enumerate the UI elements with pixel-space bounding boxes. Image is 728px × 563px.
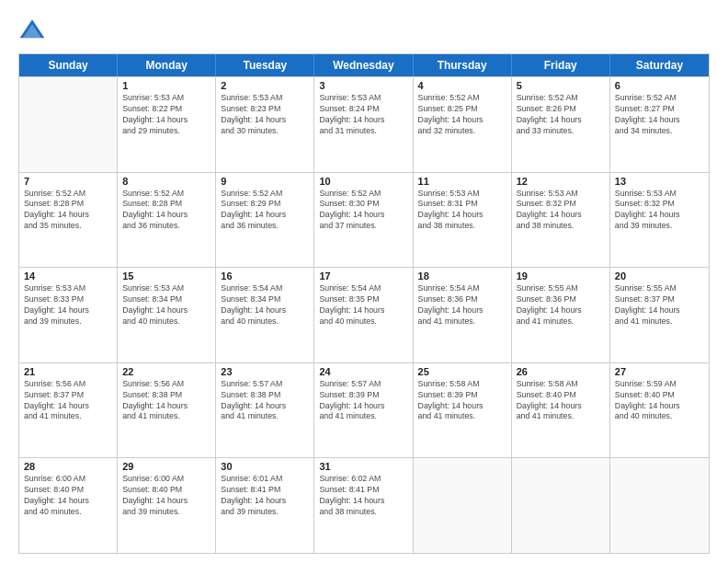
day-number: 28 bbox=[24, 461, 112, 472]
day-info: Sunrise: 5:53 AM Sunset: 8:24 PM Dayligh… bbox=[319, 93, 407, 137]
day-info: Sunrise: 5:57 AM Sunset: 8:39 PM Dayligh… bbox=[319, 379, 407, 423]
day-number: 5 bbox=[517, 80, 605, 91]
day-info: Sunrise: 6:00 AM Sunset: 8:40 PM Dayligh… bbox=[122, 474, 210, 518]
day-number: 26 bbox=[517, 366, 605, 377]
day-cell-22: 22Sunrise: 5:56 AM Sunset: 8:38 PM Dayli… bbox=[118, 363, 216, 458]
day-number: 11 bbox=[418, 176, 506, 187]
day-info: Sunrise: 5:57 AM Sunset: 8:38 PM Dayligh… bbox=[221, 379, 309, 423]
empty-cell bbox=[512, 458, 610, 553]
day-cell-4: 4Sunrise: 5:52 AM Sunset: 8:25 PM Daylig… bbox=[414, 77, 512, 172]
day-number: 4 bbox=[418, 80, 506, 91]
day-cell-13: 13Sunrise: 5:53 AM Sunset: 8:32 PM Dayli… bbox=[610, 173, 709, 268]
day-number: 23 bbox=[221, 366, 309, 377]
day-cell-1: 1Sunrise: 5:53 AM Sunset: 8:22 PM Daylig… bbox=[118, 77, 216, 172]
day-info: Sunrise: 5:55 AM Sunset: 8:37 PM Dayligh… bbox=[615, 283, 704, 327]
calendar-body: 1Sunrise: 5:53 AM Sunset: 8:22 PM Daylig… bbox=[19, 76, 709, 553]
day-info: Sunrise: 5:54 AM Sunset: 8:34 PM Dayligh… bbox=[221, 283, 309, 327]
calendar-header: SundayMondayTuesdayWednesdayThursdayFrid… bbox=[19, 54, 709, 76]
day-info: Sunrise: 5:53 AM Sunset: 8:22 PM Dayligh… bbox=[122, 93, 210, 137]
day-number: 9 bbox=[221, 176, 309, 187]
day-number: 15 bbox=[122, 270, 210, 282]
day-cell-16: 16Sunrise: 5:54 AM Sunset: 8:34 PM Dayli… bbox=[216, 268, 314, 362]
calendar: SundayMondayTuesdayWednesdayThursdayFrid… bbox=[18, 53, 710, 554]
day-number: 21 bbox=[24, 366, 112, 377]
day-cell-10: 10Sunrise: 5:52 AM Sunset: 8:30 PM Dayli… bbox=[314, 173, 413, 268]
day-cell-11: 11Sunrise: 5:53 AM Sunset: 8:31 PM Dayli… bbox=[414, 173, 512, 268]
empty-cell bbox=[414, 458, 512, 553]
day-number: 14 bbox=[24, 270, 112, 282]
day-info: Sunrise: 5:58 AM Sunset: 8:39 PM Dayligh… bbox=[418, 379, 506, 423]
day-info: Sunrise: 6:02 AM Sunset: 8:41 PM Dayligh… bbox=[319, 474, 407, 518]
day-info: Sunrise: 5:59 AM Sunset: 8:40 PM Dayligh… bbox=[615, 379, 704, 423]
day-number: 20 bbox=[615, 270, 704, 282]
day-cell-5: 5Sunrise: 5:52 AM Sunset: 8:26 PM Daylig… bbox=[512, 77, 610, 172]
day-cell-19: 19Sunrise: 5:55 AM Sunset: 8:36 PM Dayli… bbox=[512, 268, 610, 362]
day-number: 18 bbox=[418, 270, 506, 282]
header-day-tuesday: Tuesday bbox=[216, 54, 314, 76]
header-day-thursday: Thursday bbox=[414, 54, 512, 76]
day-info: Sunrise: 5:52 AM Sunset: 8:29 PM Dayligh… bbox=[221, 189, 309, 233]
calendar-row-2: 7Sunrise: 5:52 AM Sunset: 8:28 PM Daylig… bbox=[19, 172, 709, 268]
day-cell-8: 8Sunrise: 5:52 AM Sunset: 8:28 PM Daylig… bbox=[118, 173, 216, 268]
day-number: 24 bbox=[319, 366, 407, 377]
day-info: Sunrise: 5:55 AM Sunset: 8:36 PM Dayligh… bbox=[517, 283, 605, 327]
day-info: Sunrise: 5:56 AM Sunset: 8:38 PM Dayligh… bbox=[122, 379, 210, 423]
day-cell-3: 3Sunrise: 5:53 AM Sunset: 8:24 PM Daylig… bbox=[314, 77, 413, 172]
day-info: Sunrise: 5:53 AM Sunset: 8:23 PM Dayligh… bbox=[221, 93, 309, 137]
day-cell-9: 9Sunrise: 5:52 AM Sunset: 8:29 PM Daylig… bbox=[216, 173, 314, 268]
day-cell-29: 29Sunrise: 6:00 AM Sunset: 8:40 PM Dayli… bbox=[118, 458, 216, 553]
header-day-friday: Friday bbox=[512, 54, 610, 76]
logo bbox=[18, 17, 50, 44]
day-number: 19 bbox=[517, 270, 605, 282]
day-cell-7: 7Sunrise: 5:52 AM Sunset: 8:28 PM Daylig… bbox=[19, 173, 118, 268]
day-cell-2: 2Sunrise: 5:53 AM Sunset: 8:23 PM Daylig… bbox=[216, 77, 314, 172]
day-info: Sunrise: 5:52 AM Sunset: 8:25 PM Dayligh… bbox=[418, 93, 506, 137]
day-cell-20: 20Sunrise: 5:55 AM Sunset: 8:37 PM Dayli… bbox=[610, 268, 709, 362]
day-cell-15: 15Sunrise: 5:53 AM Sunset: 8:34 PM Dayli… bbox=[118, 268, 216, 362]
empty-cell bbox=[610, 458, 709, 553]
day-info: Sunrise: 5:56 AM Sunset: 8:37 PM Dayligh… bbox=[24, 379, 112, 423]
day-info: Sunrise: 5:53 AM Sunset: 8:32 PM Dayligh… bbox=[517, 189, 605, 233]
day-info: Sunrise: 5:53 AM Sunset: 8:31 PM Dayligh… bbox=[418, 189, 506, 233]
day-number: 30 bbox=[221, 461, 309, 472]
header-day-monday: Monday bbox=[118, 54, 216, 76]
day-info: Sunrise: 5:52 AM Sunset: 8:26 PM Dayligh… bbox=[517, 93, 605, 137]
day-info: Sunrise: 5:54 AM Sunset: 8:35 PM Dayligh… bbox=[319, 283, 407, 327]
day-cell-23: 23Sunrise: 5:57 AM Sunset: 8:38 PM Dayli… bbox=[216, 363, 314, 458]
day-number: 13 bbox=[615, 176, 704, 187]
day-cell-28: 28Sunrise: 6:00 AM Sunset: 8:40 PM Dayli… bbox=[19, 458, 118, 553]
day-number: 3 bbox=[319, 80, 407, 91]
day-number: 27 bbox=[615, 366, 704, 377]
day-number: 16 bbox=[221, 270, 309, 282]
day-cell-30: 30Sunrise: 6:01 AM Sunset: 8:41 PM Dayli… bbox=[216, 458, 314, 553]
day-info: Sunrise: 5:52 AM Sunset: 8:28 PM Dayligh… bbox=[122, 189, 210, 233]
calendar-row-3: 14Sunrise: 5:53 AM Sunset: 8:33 PM Dayli… bbox=[19, 267, 709, 362]
day-number: 7 bbox=[24, 176, 112, 187]
day-info: Sunrise: 5:52 AM Sunset: 8:30 PM Dayligh… bbox=[319, 189, 407, 233]
day-cell-12: 12Sunrise: 5:53 AM Sunset: 8:32 PM Dayli… bbox=[512, 173, 610, 268]
day-cell-14: 14Sunrise: 5:53 AM Sunset: 8:33 PM Dayli… bbox=[19, 268, 118, 362]
day-info: Sunrise: 5:53 AM Sunset: 8:33 PM Dayligh… bbox=[24, 283, 112, 327]
day-info: Sunrise: 5:58 AM Sunset: 8:40 PM Dayligh… bbox=[517, 379, 605, 423]
day-number: 6 bbox=[615, 80, 704, 91]
day-info: Sunrise: 6:01 AM Sunset: 8:41 PM Dayligh… bbox=[221, 474, 309, 518]
day-number: 17 bbox=[319, 270, 407, 282]
day-info: Sunrise: 6:00 AM Sunset: 8:40 PM Dayligh… bbox=[24, 474, 112, 518]
page: SundayMondayTuesdayWednesdayThursdayFrid… bbox=[0, 0, 728, 563]
day-cell-21: 21Sunrise: 5:56 AM Sunset: 8:37 PM Dayli… bbox=[19, 363, 118, 458]
day-info: Sunrise: 5:52 AM Sunset: 8:27 PM Dayligh… bbox=[615, 93, 704, 137]
day-cell-27: 27Sunrise: 5:59 AM Sunset: 8:40 PM Dayli… bbox=[610, 363, 709, 458]
header-day-saturday: Saturday bbox=[610, 54, 709, 76]
day-info: Sunrise: 5:54 AM Sunset: 8:36 PM Dayligh… bbox=[418, 283, 506, 327]
empty-cell bbox=[19, 77, 118, 172]
day-cell-24: 24Sunrise: 5:57 AM Sunset: 8:39 PM Dayli… bbox=[314, 363, 413, 458]
day-info: Sunrise: 5:53 AM Sunset: 8:32 PM Dayligh… bbox=[615, 189, 704, 233]
header-day-sunday: Sunday bbox=[19, 54, 118, 76]
day-number: 8 bbox=[122, 176, 210, 187]
day-number: 10 bbox=[319, 176, 407, 187]
day-number: 25 bbox=[418, 366, 506, 377]
day-info: Sunrise: 5:52 AM Sunset: 8:28 PM Dayligh… bbox=[24, 189, 112, 233]
day-number: 1 bbox=[122, 80, 210, 91]
day-number: 31 bbox=[319, 461, 407, 472]
day-cell-31: 31Sunrise: 6:02 AM Sunset: 8:41 PM Dayli… bbox=[314, 458, 413, 553]
